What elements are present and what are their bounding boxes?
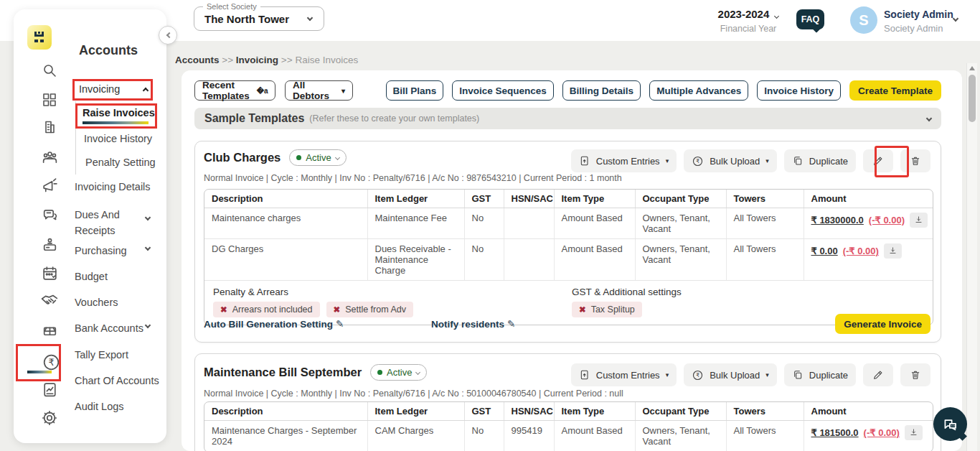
handshake-icon[interactable] <box>39 290 60 310</box>
edit-pencil-icon: ✎ <box>336 319 344 330</box>
download-button[interactable] <box>910 213 928 228</box>
invoice-template-card-maintenance-bill: Maintenance Bill September Active Custom… <box>194 353 941 451</box>
report-document-icon[interactable] <box>39 379 60 399</box>
bank-box-icon[interactable] <box>39 320 60 340</box>
vertical-scrollbar[interactable] <box>966 63 977 451</box>
invoice-sequences-button[interactable]: Invoice Sequences <box>452 80 554 101</box>
society-select-label: Select Society <box>203 2 260 11</box>
sidebar-item-penalty-setting[interactable]: Penalty Setting <box>85 157 156 168</box>
adjustment-link[interactable]: (-₹ 0.00) <box>869 215 905 226</box>
avatar[interactable]: S <box>850 6 877 34</box>
front-desk-icon[interactable] <box>39 235 60 255</box>
tax-splitup-chip: ✖Tax Splitup <box>572 302 642 317</box>
card-title: Maintenance Bill September <box>204 366 362 379</box>
download-button[interactable] <box>884 243 902 259</box>
chevron-down-icon <box>335 155 340 160</box>
calendar-icon[interactable] <box>39 263 60 283</box>
faq-button[interactable]: FAQ <box>796 9 824 29</box>
sidebar: ₹ Accounts Invoicing Raise Invoices Invo… <box>14 9 166 443</box>
chat-messages-icon[interactable] <box>39 205 60 226</box>
sidebar-item-tally-export[interactable]: Tally Export <box>75 349 128 361</box>
rupee-circle-icon: ₹ <box>692 155 704 167</box>
app-logo-icon <box>27 25 52 50</box>
sidebar-item-audit-logs[interactable]: Audit Logs <box>75 401 124 412</box>
trash-icon <box>910 155 921 167</box>
amount-link[interactable]: ₹ 1830000.0 <box>811 215 864 226</box>
bill-plans-button[interactable]: Bill Plans <box>386 80 444 101</box>
rupee-accounts-icon[interactable]: ₹ <box>41 352 61 372</box>
scrollbar-up-arrow[interactable] <box>969 66 975 70</box>
building-icon[interactable] <box>39 117 60 137</box>
sidebar-item-bank-accounts[interactable]: Bank Accounts <box>75 322 143 334</box>
breadcrumb-accounts[interactable]: Accounts <box>175 55 220 65</box>
generate-invoice-button[interactable]: Generate Invoice <box>835 314 930 334</box>
sidebar-item-budget[interactable]: Budget <box>75 271 108 282</box>
multiple-advances-button[interactable]: Multiple Advances <box>649 80 748 101</box>
duplicate-button[interactable]: Duplicate <box>784 149 856 172</box>
edit-pencil-icon: ✎ <box>507 319 515 330</box>
financial-year-dropdown[interactable]: 2023-2024 <box>709 8 788 20</box>
status-badge[interactable]: Active <box>370 364 427 381</box>
financial-year-label: Financial Year <box>709 24 788 34</box>
invoice-template-card-club-charges: Club Charges Active Custom Entries ▾ ₹ B… <box>194 141 941 343</box>
settings-gear-icon[interactable] <box>39 408 60 428</box>
card-meta: Normal Invoice | Cycle : Monthly | Inv N… <box>204 173 622 183</box>
edit-pencil-button[interactable] <box>863 363 893 386</box>
chat-bubbles-icon <box>941 415 960 434</box>
chat-fab-button[interactable] <box>933 407 967 441</box>
sidebar-collapse-button[interactable] <box>159 26 177 45</box>
search-icon[interactable] <box>39 60 60 80</box>
adjustment-link[interactable]: (-₹ 0.00) <box>864 427 900 438</box>
adjustment-link[interactable]: (-₹ 0.00) <box>843 246 879 256</box>
recent-templates-dropdown[interactable]: Recent Templates�a <box>194 80 275 101</box>
invoice-items-table: DescriptionItem LedgerGSTHSN/SACItem Typ… <box>204 189 933 325</box>
bulk-upload-button[interactable]: ₹ Bulk Upload ▾ <box>684 363 777 386</box>
society-select[interactable]: Select Society The North Tower <box>194 6 324 31</box>
sidebar-item-invoice-history[interactable]: Invoice History <box>84 133 152 144</box>
svg-text:₹: ₹ <box>48 357 54 368</box>
create-template-button[interactable]: Create Template <box>849 80 941 101</box>
chevron-down-icon <box>926 116 932 121</box>
card-title: Club Charges <box>204 151 281 164</box>
user-role: Society Admin <box>884 23 953 34</box>
active-dot-icon <box>296 155 301 160</box>
amount-link[interactable]: ₹ 181500.0 <box>811 427 859 438</box>
residents-group-icon[interactable] <box>39 147 60 167</box>
pencil-icon <box>872 155 884 167</box>
sidebar-item-invoicing[interactable]: Invoicing <box>79 83 148 95</box>
custom-entries-button[interactable]: Custom Entries ▾ <box>571 363 677 386</box>
breadcrumb-invoicing[interactable]: Invoicing <box>236 55 278 65</box>
auto-bill-setting-link[interactable]: Auto Bill Generation Setting✎ <box>204 318 344 330</box>
sidebar-item-purchasing[interactable]: Purchasing <box>75 245 127 256</box>
sample-templates-bar[interactable]: Sample Templates (Refer these to create … <box>194 108 941 129</box>
sidebar-item-vouchers[interactable]: Vouchers <box>75 297 118 308</box>
notify-residents-link[interactable]: Notify residents✎ <box>431 318 515 330</box>
sidebar-item-raise-invoices[interactable]: Raise Invoices <box>83 107 155 124</box>
cross-icon: ✖ <box>579 304 586 315</box>
sidebar-item-chart-of-accounts[interactable]: Chart Of Accounts <box>75 375 159 386</box>
table-row: Maintenance Charges - September 2024 CAM… <box>204 421 933 451</box>
sidebar-item-dues-and-receipts[interactable]: Dues And Receipts <box>75 207 138 238</box>
chevron-down-icon <box>415 370 420 375</box>
arrears-chip: ✖Arrears not included <box>213 302 320 317</box>
status-badge[interactable]: Active <box>289 149 346 166</box>
edit-pencil-button[interactable] <box>863 149 893 172</box>
invoice-history-button[interactable]: Invoice History <box>757 80 841 101</box>
megaphone-icon[interactable] <box>39 176 60 196</box>
duplicate-button[interactable]: Duplicate <box>784 363 856 386</box>
caret-down-icon: ▾ <box>666 157 669 164</box>
custom-entries-button[interactable]: Custom Entries ▾ <box>571 149 677 172</box>
scrollbar-thumb[interactable] <box>969 75 976 122</box>
sidebar-item-invoicing-details[interactable]: Invoicing Details <box>75 181 151 192</box>
main-panel: Recent Templates�a All Debtors▾ Bill Pla… <box>182 70 962 451</box>
amount-link[interactable]: ₹ 0.00 <box>811 246 838 256</box>
billing-details-button[interactable]: Billing Details <box>562 80 641 101</box>
delete-trash-button[interactable] <box>900 363 930 386</box>
delete-trash-button[interactable] <box>900 149 930 172</box>
download-button[interactable] <box>905 425 923 440</box>
copy-icon <box>792 369 804 381</box>
dashboard-grid-icon[interactable] <box>39 90 60 110</box>
download-icon <box>909 428 918 437</box>
bulk-upload-button[interactable]: ₹ Bulk Upload ▾ <box>684 149 777 172</box>
all-debtors-dropdown[interactable]: All Debtors▾ <box>285 80 353 101</box>
